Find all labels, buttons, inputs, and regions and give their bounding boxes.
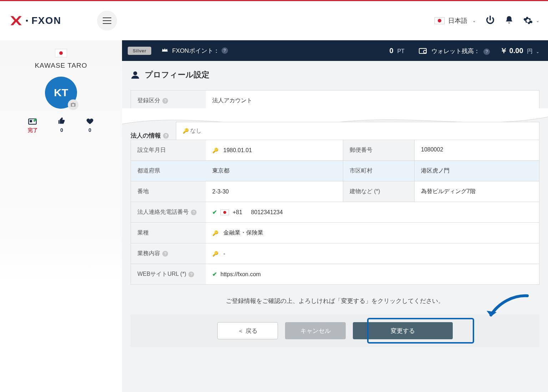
chevron-down-icon: ⌄ [536, 49, 539, 54]
chevron-down-icon: ⌄ [472, 18, 476, 23]
field-value-street: 2-3-30 [206, 181, 343, 202]
field-label-url: WEBサイトURL (*)? [131, 264, 206, 284]
language-label: 日本語 [448, 16, 467, 25]
bell-icon[interactable] [504, 15, 514, 26]
field-label-postal: 郵便番号 [343, 140, 414, 160]
chevron-down-icon: ⌄ [536, 18, 539, 23]
help-icon[interactable]: ? [162, 251, 168, 257]
brand-logo[interactable]: FXON [9, 14, 87, 27]
field-value-pref: 東京都 [206, 161, 343, 181]
back-button[interactable]: ＜ 戻る [217, 322, 278, 339]
field-label-pref: 都道府県 [131, 161, 206, 181]
points-label: FXONポイント： [172, 47, 219, 55]
id-card-icon [28, 117, 37, 125]
key-icon: 🔑 [212, 230, 218, 236]
menu-toggle[interactable] [97, 11, 117, 31]
cancel-button[interactable]: キャンセル [285, 322, 346, 339]
user-name: KAWASE TARO [35, 62, 87, 69]
field-label-street: 番地 [131, 181, 206, 202]
settings-icon[interactable]: ⌄ [523, 16, 539, 26]
field-value-estdate: 🔑1980.01.01 [206, 140, 343, 160]
help-icon[interactable]: ? [188, 272, 194, 277]
wallet-balance[interactable]: ウォレット残高： ? ￥ 0.00 円 ⌄ [419, 46, 539, 56]
form-card-corporate: 設立年月日 🔑1980.01.01 郵便番号 1080002 都道府県 東京都 … [131, 140, 539, 285]
key-icon: 🔑 [183, 128, 189, 134]
field-value-city: 港区虎ノ門 [414, 161, 539, 181]
status-favs[interactable]: 0 [86, 117, 94, 134]
help-icon[interactable]: ? [163, 133, 169, 139]
field-value-industry: 🔑金融業・保険業 [206, 223, 539, 243]
svg-point-4 [133, 71, 137, 75]
field-value-url: ✔https://fxon.com [206, 264, 539, 284]
submit-button[interactable]: 変更する [353, 322, 453, 339]
status-likes[interactable]: 0 [58, 117, 66, 134]
svg-point-0 [26, 20, 28, 22]
check-icon: ✔ [212, 209, 217, 216]
field-value-phone: ✔ +81 8012341234 [206, 202, 539, 222]
field-value-bldg: 為替ビルディング7階 [414, 181, 539, 202]
field-label-city: 市区町村 [343, 161, 414, 181]
camera-icon[interactable] [68, 99, 78, 110]
wallet-icon [419, 48, 427, 54]
field-label-estdate: 設立年月日 [131, 140, 206, 160]
content-area: Silver FXONポイント： ? 0 PT ウォレット残高： ? ￥ 0.0… [122, 40, 548, 392]
heart-icon [86, 117, 94, 125]
annotation-arrow-icon [484, 293, 531, 325]
help-icon[interactable]: ? [162, 98, 168, 104]
field-value-postal: 1080002 [414, 140, 539, 160]
help-icon[interactable]: ? [222, 47, 228, 54]
action-bar: ＜ 戻る キャンセル 変更する [131, 314, 539, 347]
language-select[interactable]: 日本語 ⌄ [435, 16, 476, 25]
field-label-bizdesc: 業務内容? [131, 243, 206, 264]
crown-icon [161, 47, 168, 55]
key-icon: 🔑 [212, 251, 218, 257]
jp-flag-icon [435, 17, 445, 24]
country-flag-icon [55, 49, 67, 57]
key-icon: 🔑 [212, 148, 218, 153]
confirm-note: ご登録情報をご確認の上、よろしければ「変更する」をクリックしてください。 [122, 297, 548, 305]
global-header: FXON 日本語 ⌄ ⌄ [0, 1, 548, 40]
help-icon[interactable]: ? [191, 210, 197, 215]
help-icon[interactable]: ? [483, 48, 490, 55]
field-value-bizdesc: 🔑- [206, 243, 539, 264]
field-label-industry: 業種 [131, 223, 206, 243]
status-complete[interactable]: 完了 [28, 117, 38, 134]
section-header-corporate: 法人の情報? [122, 131, 169, 140]
points-bar: Silver FXONポイント： ? 0 PT ウォレット残高： ? ￥ 0.0… [122, 40, 548, 61]
sidebar: KAWASE TARO KT 完了 0 0 [0, 40, 122, 392]
avatar[interactable]: KT [45, 77, 77, 109]
field-value-regtype: 法人アカウント [206, 91, 539, 111]
points-value: 0 [390, 47, 394, 55]
field-label-bldg: 建物など (*) [343, 181, 414, 202]
check-icon: ✔ [212, 271, 217, 278]
field-label-phone: 法人連絡先電話番号? [131, 202, 206, 222]
user-icon [131, 70, 140, 79]
field-label-regtype: 登録区分? [131, 91, 206, 111]
jp-flag-icon [220, 210, 229, 215]
tier-badge: Silver [128, 47, 151, 55]
page-title: プロフィール設定 [122, 69, 548, 80]
svg-text:FXON: FXON [31, 15, 61, 26]
thumb-up-icon [58, 117, 66, 125]
power-icon[interactable] [485, 15, 495, 26]
field-value-none: なし [190, 128, 202, 134]
points-unit: PT [397, 48, 404, 54]
svg-rect-3 [30, 120, 32, 123]
